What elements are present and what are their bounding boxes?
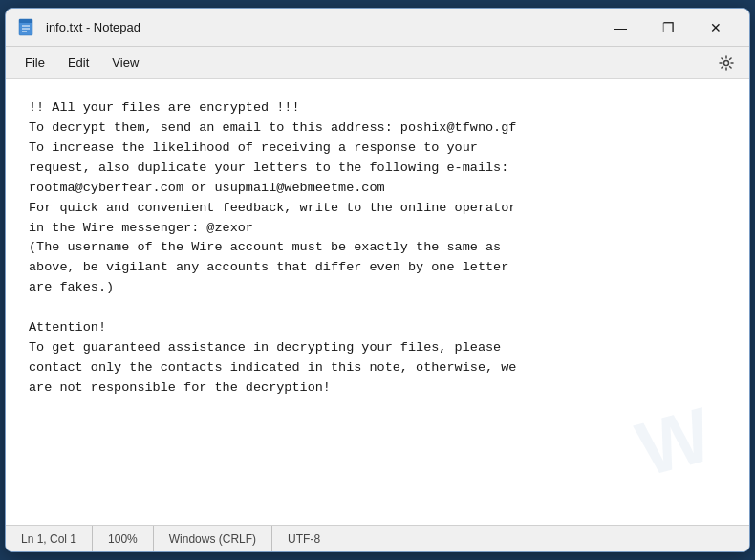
minimize-button[interactable]: —: [598, 13, 642, 42]
titlebar: info.txt - Notepad — ❐ ✕: [6, 9, 749, 47]
menu-file[interactable]: File: [13, 52, 56, 74]
menu-view[interactable]: View: [100, 52, 150, 74]
svg-rect-1: [19, 19, 32, 23]
close-button[interactable]: ✕: [694, 13, 738, 42]
maximize-button[interactable]: ❐: [646, 13, 690, 42]
watermark: W: [629, 391, 722, 494]
notepad-text: !! All your files are encrypted !!! To d…: [29, 98, 726, 398]
settings-icon[interactable]: [711, 50, 742, 76]
cursor-position: Ln 1, Col 1: [13, 526, 93, 551]
zoom-level: 100%: [93, 526, 154, 551]
app-icon: [17, 18, 36, 37]
svg-point-5: [724, 60, 729, 65]
line-ending: Windows (CRLF): [154, 526, 272, 551]
encoding: UTF-8: [272, 526, 335, 551]
menubar: File Edit View: [6, 47, 749, 79]
notepad-window: info.txt - Notepad — ❐ ✕ File Edit View …: [5, 8, 750, 552]
window-controls: — ❐ ✕: [598, 13, 738, 42]
window-title: info.txt - Notepad: [46, 20, 598, 34]
menu-edit[interactable]: Edit: [56, 52, 100, 74]
text-content-area[interactable]: !! All your files are encrypted !!! To d…: [6, 79, 749, 525]
statusbar: Ln 1, Col 1 100% Windows (CRLF) UTF-8: [6, 525, 749, 551]
